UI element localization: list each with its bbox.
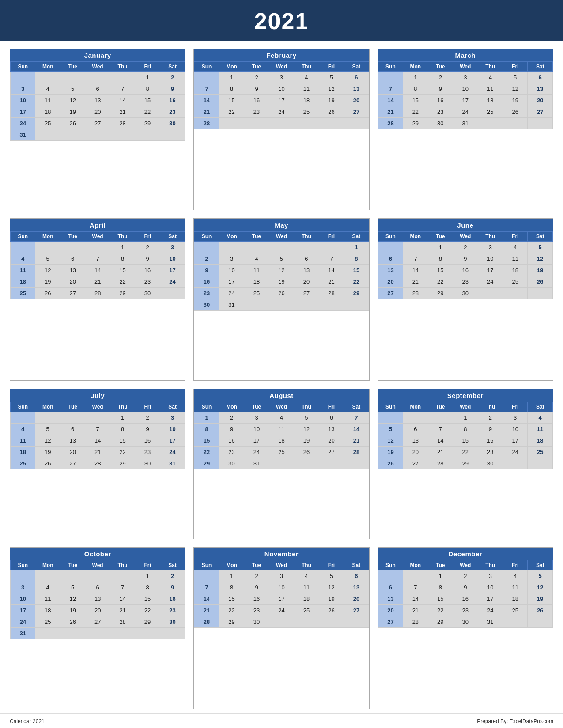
day-cell: 27: [378, 616, 403, 627]
day-cell: 12: [528, 253, 553, 265]
day-header-wed: Wed: [269, 232, 294, 242]
day-cell: [110, 72, 135, 83]
day-cell: 12: [35, 265, 60, 276]
day-cell: 10: [11, 593, 35, 604]
week-row: 18192021222324: [11, 446, 185, 458]
week-row: 6789101112: [378, 253, 552, 265]
day-cell: 4: [35, 83, 60, 95]
week-row: 78910111213: [194, 83, 369, 95]
day-cell: 5: [378, 423, 403, 435]
week-row: 21222324252627: [194, 106, 369, 118]
day-cell: 2: [160, 570, 185, 582]
day-cell: 1: [110, 242, 135, 253]
week-row: 2627282930: [378, 458, 552, 469]
day-header-sat: Sat: [160, 560, 185, 570]
day-cell: 11: [503, 582, 528, 593]
day-cell: 4: [35, 582, 60, 593]
day-header-mon: Mon: [35, 402, 60, 412]
day-cell: 28: [319, 288, 344, 299]
day-cell: 15: [453, 435, 478, 446]
day-cell: 3: [269, 570, 294, 582]
day-cell: [319, 242, 344, 253]
day-cell: 17: [478, 265, 503, 276]
day-cell: 7: [403, 582, 428, 593]
month-calendar-october: OctoberSunMonTueWedThuFriSat123456789101…: [10, 547, 185, 709]
day-cell: [378, 242, 403, 253]
day-cell: 18: [35, 604, 60, 616]
day-cell: 26: [378, 458, 403, 469]
day-cell: 24: [478, 604, 503, 616]
day-cell: 1: [135, 72, 160, 83]
day-cell: 3: [11, 582, 35, 593]
day-cell: 23: [453, 276, 478, 288]
day-header-sat: Sat: [344, 560, 369, 570]
day-cell: 31: [11, 627, 35, 639]
calendars-grid: JanuarySunMonTueWedThuFriSat123456789101…: [0, 41, 563, 713]
day-cell: 28: [378, 118, 403, 129]
day-cell: 19: [60, 106, 85, 118]
day-cell: 9: [160, 83, 185, 95]
day-cell: 30: [453, 288, 478, 299]
day-header-wed: Wed: [453, 232, 478, 242]
day-cell: 20: [85, 604, 110, 616]
day-cell: [194, 570, 219, 582]
day-cell: [403, 242, 428, 253]
day-cell: 27: [294, 288, 319, 299]
day-cell: 20: [378, 276, 403, 288]
day-cell: 9: [244, 582, 269, 593]
day-cell: 17: [219, 276, 244, 288]
day-header-wed: Wed: [269, 560, 294, 570]
day-cell: [85, 129, 110, 141]
week-row: 14151617181920: [194, 95, 369, 106]
day-cell: [428, 412, 453, 423]
day-cell: 30: [160, 616, 185, 627]
week-row: 123456: [194, 72, 369, 83]
day-cell: 30: [135, 288, 160, 299]
month-calendar-december: DecemberSunMonTueWedThuFriSat12345678910…: [378, 547, 553, 709]
day-cell: 17: [453, 95, 478, 106]
month-title: September: [378, 389, 553, 402]
day-cell: [503, 288, 528, 299]
day-cell: 10: [478, 253, 503, 265]
day-header-sat: Sat: [528, 560, 553, 570]
day-cell: 2: [453, 570, 478, 582]
day-cell: 22: [110, 276, 135, 288]
day-cell: 26: [35, 288, 60, 299]
day-cell: 12: [60, 95, 85, 106]
day-cell: 24: [160, 276, 185, 288]
day-cell: 2: [453, 242, 478, 253]
day-cell: [110, 129, 135, 141]
day-cell: 7: [428, 423, 453, 435]
day-cell: 9: [453, 253, 478, 265]
day-cell: 18: [244, 276, 269, 288]
day-cell: 17: [478, 593, 503, 604]
day-cell: 20: [60, 276, 85, 288]
day-header-sun: Sun: [378, 402, 403, 412]
day-cell: [85, 412, 110, 423]
day-cell: 3: [478, 242, 503, 253]
year-label: 2021: [254, 8, 309, 34]
cal-table: SunMonTueWedThuFriSat1234567891011121314…: [194, 560, 369, 628]
cal-table: SunMonTueWedThuFriSat1234567891011121314…: [194, 402, 369, 469]
day-cell: 6: [60, 423, 85, 435]
day-cell: 23: [160, 604, 185, 616]
week-row: 2728293031: [378, 616, 552, 627]
week-row: 3456789: [11, 83, 185, 95]
day-header-mon: Mon: [219, 560, 244, 570]
day-header-sun: Sun: [194, 402, 219, 412]
day-cell: 23: [219, 446, 244, 458]
week-row: 567891011: [378, 423, 552, 435]
day-header-sun: Sun: [11, 232, 35, 242]
week-row: 12345: [378, 570, 552, 582]
month-title: February: [194, 49, 369, 61]
day-cell: 31: [219, 299, 244, 311]
day-cell: 4: [11, 253, 35, 265]
day-cell: [11, 72, 35, 83]
week-row: 45678910: [11, 253, 185, 265]
day-cell: 19: [378, 446, 403, 458]
day-cell: 7: [85, 253, 110, 265]
day-cell: 10: [244, 423, 269, 435]
day-cell: 28: [85, 288, 110, 299]
day-cell: 1: [194, 412, 219, 423]
day-header-thu: Thu: [294, 62, 319, 72]
